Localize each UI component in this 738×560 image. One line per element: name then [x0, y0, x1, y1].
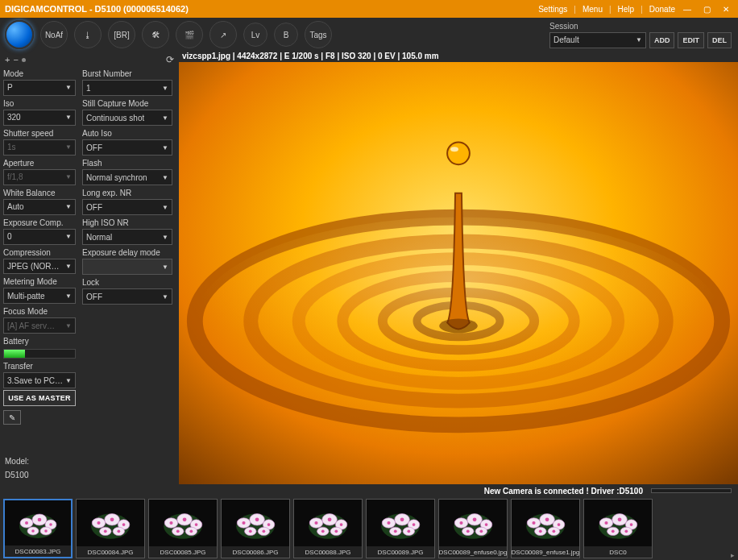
setting-dropdown-exposure-comp-[interactable]: 0▼: [3, 229, 76, 245]
left-toolstrip: + − ⟳: [0, 52, 179, 68]
session-select[interactable]: Default ▼: [549, 32, 646, 48]
transfer-dropdown[interactable]: 3.Save to PC …▼: [3, 372, 76, 388]
capture-dropdown-exposure-delay-mode[interactable]: ▼: [82, 259, 172, 275]
thumbnail[interactable]: DSC00089.JPG: [366, 499, 435, 558]
download-icon: ⭳: [84, 31, 92, 39]
svg-point-45: [176, 529, 180, 533]
thumbnail-image: [512, 500, 579, 546]
bracketing-button[interactable]: [BR]: [108, 21, 135, 48]
thumbnail[interactable]: DSC00083.JPG: [3, 499, 73, 558]
chevron-down-icon: ▼: [160, 234, 168, 241]
chevron-down-icon: ▼: [63, 233, 72, 240]
thumbnail[interactable]: DSC00084.JPG: [76, 499, 145, 558]
minimize-button[interactable]: —: [680, 3, 694, 15]
setting-label: Metering Mode: [3, 277, 76, 286]
bulb-button[interactable]: B: [274, 23, 298, 47]
maximize-button[interactable]: ▢: [699, 3, 714, 15]
setting-label: Iso: [3, 99, 76, 108]
svg-point-8: [439, 319, 478, 334]
chevron-down-icon: ▼: [63, 377, 72, 384]
session-edit-button[interactable]: EDIT: [678, 32, 704, 48]
model-block: Model: D5100: [0, 425, 179, 484]
scroll-right-icon[interactable]: ▸: [727, 550, 738, 560]
window-title: DIGICAMCONTROL - D5100 (000006514062): [5, 4, 189, 14]
svg-point-103: [545, 517, 549, 521]
external-button[interactable]: ↗: [209, 21, 237, 48]
chevron-down-icon: ▼: [160, 263, 168, 271]
chevron-down-icon: ▼: [160, 114, 168, 122]
thumbnail[interactable]: DSC00085.JPG: [148, 499, 218, 558]
session-del-button[interactable]: DEL: [707, 32, 732, 48]
stepper-plus[interactable]: +: [5, 55, 10, 64]
capture-dropdown-lock[interactable]: OFF▼: [82, 288, 172, 305]
tags-button[interactable]: Tags: [305, 21, 332, 48]
thumbnail-strip[interactable]: DSC00083.JPGDSC00084.JPGDSC00085.JPGDSC0…: [0, 497, 738, 560]
menu-help[interactable]: Help: [618, 5, 635, 14]
wrench-icon: 🛠: [151, 31, 160, 39]
capture-dropdown-still-capture-mode[interactable]: Continuous shot▼: [82, 110, 172, 126]
thumbnail[interactable]: DSC0: [583, 499, 653, 558]
menu-settings[interactable]: Settings: [538, 5, 567, 14]
thumbnail-image: [367, 500, 434, 546]
session-block: Session Default ▼ ADD EDIT DEL: [549, 22, 732, 48]
transfer-label: Transfer: [3, 362, 76, 371]
liveview-button[interactable]: Lv: [243, 23, 267, 47]
capture-dropdown-high-iso-nr[interactable]: Normal▼: [82, 229, 172, 245]
capture-settings-column: Burst Number1▼Still Capture ModeContinuo…: [79, 68, 176, 425]
pencil-icon: ✎: [9, 413, 15, 422]
progress-bar: [651, 488, 732, 493]
advanced-button[interactable]: ✎: [3, 410, 21, 425]
capture-dropdown-burst-number[interactable]: 1▼: [82, 80, 172, 96]
use-as-master-button[interactable]: USE AS MASTER: [3, 390, 76, 406]
setting-label: Shutter speed: [3, 129, 76, 138]
setting-dropdown-iso[interactable]: 320▼: [3, 110, 76, 126]
capture-dropdown-auto-iso[interactable]: OFF▼: [82, 139, 172, 156]
svg-point-32: [122, 523, 126, 526]
chevron-down-icon: ▼: [160, 85, 168, 92]
thumbnail-caption: DSC00089_enfuse1.jpg: [512, 546, 579, 558]
capture-label: Lock: [82, 278, 172, 287]
setting-label: Mode: [3, 69, 76, 78]
stepper-minus[interactable]: −: [13, 55, 18, 64]
menu-donate[interactable]: Donate: [649, 5, 675, 14]
setting-dropdown-white-balance[interactable]: Auto▼: [3, 199, 76, 215]
setting-dropdown-mode[interactable]: P▼: [3, 80, 76, 96]
thumbnail-caption: DSC00088.JPG: [294, 546, 362, 558]
chevron-down-icon: ▼: [636, 36, 642, 44]
svg-point-21: [31, 529, 35, 533]
download-button[interactable]: ⭳: [74, 21, 102, 48]
setting-dropdown-metering-mode[interactable]: Multi-patte▼: [3, 288, 76, 304]
thumbnail[interactable]: DSC00089_enfuse1.jpg: [511, 499, 580, 558]
thumbnail[interactable]: DSC00086.JPG: [221, 499, 290, 558]
chevron-down-icon: ▼: [63, 203, 72, 210]
tools-button[interactable]: 🛠: [142, 21, 169, 48]
session-add-button[interactable]: ADD: [649, 32, 675, 48]
close-button[interactable]: ✕: [719, 3, 733, 15]
svg-point-114: [604, 521, 607, 525]
image-preview[interactable]: [179, 62, 738, 484]
no-af-button[interactable]: NoAf: [40, 21, 68, 48]
capture-dropdown-long-exp-nr[interactable]: OFF▼: [82, 199, 172, 215]
svg-point-33: [104, 529, 107, 533]
thumbnail-caption: DSC00084.JPG: [77, 546, 144, 558]
chevron-down-icon: ▼: [63, 84, 72, 91]
svg-point-106: [552, 529, 555, 533]
battery-meter: [3, 349, 76, 359]
capture-button[interactable]: [5, 20, 34, 49]
setting-dropdown-shutter-speed: 1s▼: [3, 139, 76, 156]
session-label: Session: [549, 22, 732, 31]
capture-label: High ISO NR: [82, 218, 172, 227]
camera-settings-column: ModeP▼Iso320▼Shutter speed1s▼Aperturef/1…: [0, 68, 79, 425]
battery-label: Battery: [3, 337, 76, 346]
clapboard-button[interactable]: 🎬: [176, 21, 203, 48]
svg-point-104: [558, 523, 561, 526]
thumbnail[interactable]: DSC00088.JPG: [293, 499, 363, 558]
thumbnail[interactable]: DSC00089_enfuse0.jpg: [438, 499, 508, 558]
setting-dropdown-compression[interactable]: JPEG (NORM…▼: [3, 259, 76, 275]
refresh-button[interactable]: ⟳: [166, 54, 174, 65]
menu-menu[interactable]: Menu: [583, 5, 603, 14]
capture-dropdown-flash[interactable]: Normal synchron▼: [82, 169, 172, 185]
svg-point-31: [110, 517, 114, 521]
capture-label: Still Capture Mode: [82, 99, 172, 108]
status-bar: New Camera is connected ! Driver :D5100: [0, 484, 738, 497]
